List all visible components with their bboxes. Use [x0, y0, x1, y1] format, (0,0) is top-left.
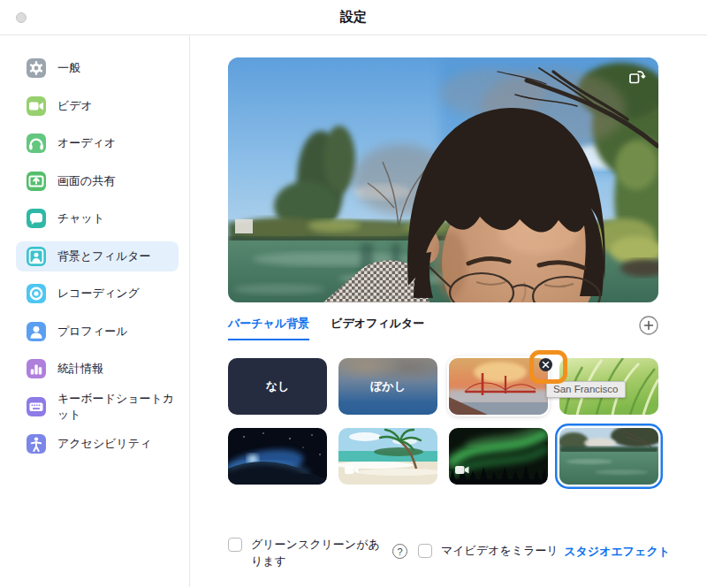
- close-icon: [542, 361, 550, 369]
- sidebar-item-keyboard-shortcuts[interactable]: キーボードショートカット: [16, 392, 179, 422]
- background-options: グリーンスクリーンがあります ? マイビデオをミラーリ スタジオエフェクト: [228, 537, 670, 570]
- keyboard-icon: [27, 397, 46, 416]
- tab-virtual-background[interactable]: バーチャル背景: [228, 316, 309, 340]
- profile-icon: [27, 322, 46, 341]
- window-control-button[interactable]: [16, 12, 27, 23]
- screen-share-icon: [27, 172, 46, 191]
- video-background-icon: [345, 462, 359, 478]
- preview-scene: [228, 57, 658, 302]
- title-bar: 設定: [0, 0, 707, 35]
- background-tile-beach[interactable]: [338, 428, 437, 485]
- tooltip: San Francisco: [546, 381, 626, 398]
- mirror-video-label: マイビデオをミラーリ: [441, 543, 559, 560]
- chat-bubble-icon: [27, 209, 46, 228]
- sidebar-label: キーボードショートカット: [57, 391, 179, 423]
- sidebar-item-background-filters[interactable]: 背景とフィルター: [16, 241, 179, 271]
- mirror-video-checkbox[interactable]: マイビデオをミラーリ: [418, 543, 559, 560]
- sidebar-label: 統計情報: [57, 361, 103, 377]
- background-tile-earth[interactable]: [228, 428, 327, 485]
- pond-thumbnail: [559, 428, 658, 485]
- video-preview: [228, 57, 658, 302]
- video-camera-icon: [27, 96, 46, 116]
- background-grid: なし ぼかし: [228, 358, 658, 485]
- background-tile-blur[interactable]: ぼかし: [338, 358, 437, 415]
- background-filters-panel: バーチャル背景 ビデオフィルター なし ぼかし: [190, 35, 658, 587]
- background-filters-icon: [27, 247, 46, 266]
- earth-thumbnail: [228, 428, 327, 485]
- gear-icon: [27, 58, 46, 78]
- accessibility-icon: [27, 434, 46, 454]
- sidebar-label: 背景とフィルター: [57, 248, 151, 264]
- sidebar-item-accessibility[interactable]: アクセシビリティ: [16, 429, 179, 459]
- background-tile-none[interactable]: なし: [228, 358, 327, 415]
- tile-label: ぼかし: [338, 358, 437, 415]
- sidebar-label: チャット: [57, 210, 104, 226]
- sidebar-label: 一般: [57, 60, 80, 76]
- tile-label: なし: [228, 358, 327, 415]
- remove-background-button[interactable]: [539, 358, 552, 371]
- sidebar-label: プロフィール: [57, 324, 128, 340]
- sidebar-item-screen-share[interactable]: 画面の共有: [16, 166, 179, 196]
- add-background-button[interactable]: [639, 316, 658, 335]
- help-icon[interactable]: ?: [392, 544, 407, 559]
- sidebar-label: オーディオ: [57, 135, 116, 151]
- background-tabs: バーチャル背景 ビデオフィルター: [228, 317, 658, 340]
- window-title: 設定: [340, 9, 367, 26]
- headphones-icon: [27, 134, 46, 153]
- green-screen-checkbox[interactable]: グリーンスクリーンがあります: [228, 537, 384, 570]
- studio-effects-link[interactable]: スタジオエフェクト: [564, 544, 670, 560]
- settings-sidebar: 一般 ビデオ オーディオ 画面の共有: [0, 35, 190, 587]
- settings-window: 設定 一般 ビデオ オーディオ: [0, 0, 707, 587]
- sidebar-item-audio[interactable]: オーディオ: [16, 128, 179, 158]
- sidebar-item-recording[interactable]: レコーディング: [16, 279, 179, 309]
- san-francisco-thumbnail: [449, 358, 548, 415]
- background-tile-san-francisco[interactable]: [449, 358, 548, 415]
- sidebar-item-video[interactable]: ビデオ: [16, 91, 179, 121]
- background-tile-aurora[interactable]: [449, 428, 548, 485]
- sidebar-label: アクセシビリティ: [57, 436, 151, 452]
- rotate-icon: [627, 68, 646, 88]
- sidebar-item-profile[interactable]: プロフィール: [16, 317, 179, 347]
- rotate-preview-button[interactable]: [627, 68, 646, 88]
- stats-icon: [27, 359, 46, 378]
- video-background-icon: [455, 462, 469, 478]
- sidebar-item-general[interactable]: 一般: [16, 53, 179, 83]
- sidebar-label: 画面の共有: [57, 173, 115, 189]
- sidebar-item-statistics[interactable]: 統計情報: [16, 354, 179, 384]
- plus-icon: [639, 316, 658, 335]
- checkbox-box[interactable]: [418, 544, 432, 558]
- green-screen-label: グリーンスクリーンがあります: [251, 537, 384, 570]
- checkbox-box[interactable]: [228, 538, 242, 552]
- sidebar-item-chat[interactable]: チャット: [16, 203, 179, 233]
- tab-video-filters[interactable]: ビデオフィルター: [331, 316, 424, 340]
- sidebar-label: レコーディング: [57, 286, 140, 302]
- record-icon: [27, 284, 46, 303]
- background-tile-pond[interactable]: [559, 428, 658, 485]
- sidebar-label: ビデオ: [57, 98, 93, 114]
